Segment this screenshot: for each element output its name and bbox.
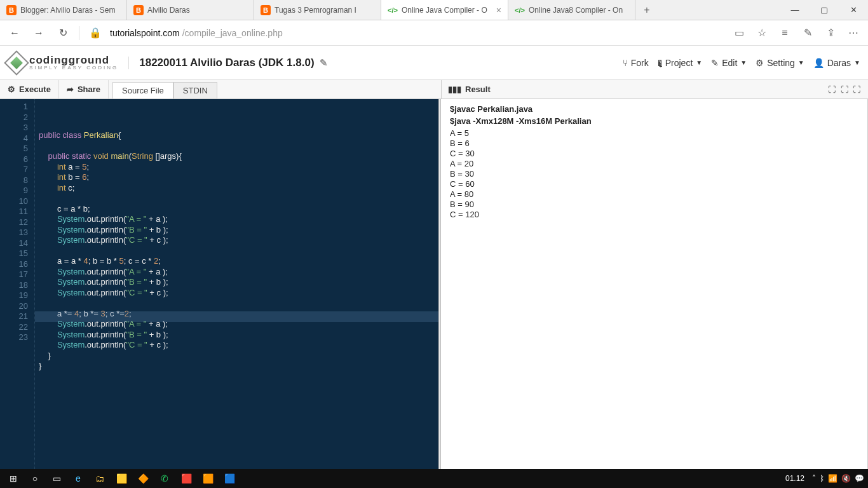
notification-icon[interactable]: 💬 — [855, 474, 864, 483]
share-icon[interactable]: ⇪ — [821, 24, 840, 43]
app-icon[interactable]: 🟥 — [177, 470, 196, 487]
editor-toolbar: ⚙Execute ➦Share Source File STDIN ▮▮▮ Re… — [0, 80, 868, 99]
gear-run-icon: ⚙ — [8, 85, 15, 94]
line-gutter: 1234567891011121314151617181920212223 — [0, 99, 35, 469]
code-icon: </> — [388, 5, 398, 15]
start-button[interactable]: ⊞ — [4, 470, 23, 487]
fork-icon: ⑂ — [623, 58, 628, 68]
browser-tab-strip: BBlogger: Alvilio Daras - Sem BAlvilio D… — [0, 0, 868, 20]
lock-icon: 🔒 — [86, 24, 105, 43]
code-icon: </> — [515, 5, 525, 15]
code-editor[interactable]: 1234567891011121314151617181920212223 pu… — [0, 99, 438, 469]
tab-stdin[interactable]: STDIN — [173, 82, 217, 98]
more-icon[interactable]: ⋯ — [844, 24, 863, 43]
share-arrow-icon: ➦ — [67, 85, 74, 94]
back-button[interactable]: ← — [5, 24, 24, 43]
edit-title-icon[interactable]: ✎ — [320, 57, 328, 69]
edit-icon: ✎ — [711, 58, 719, 68]
taskbar-clock[interactable]: 01.12 — [780, 474, 810, 483]
reading-view-icon[interactable]: ▭ — [729, 24, 749, 43]
edge-icon[interactable]: e — [69, 470, 88, 487]
browser-tab[interactable]: </>Online Java8 Compiler - On — [508, 0, 635, 20]
app-icon[interactable]: 🔶 — [133, 470, 153, 487]
blogger-icon: B — [133, 5, 144, 15]
tree-icon: �⵿ — [658, 58, 662, 68]
cortana-icon[interactable]: ○ — [25, 470, 44, 487]
bluetooth-icon[interactable]: ᛒ — [820, 474, 824, 483]
favorite-icon[interactable]: ☆ — [752, 24, 771, 43]
tab-source-file[interactable]: Source File — [112, 82, 173, 98]
logo-icon — [4, 50, 29, 76]
app-icon[interactable]: 🟧 — [198, 470, 217, 487]
app-icon[interactable]: 🟨 — [112, 470, 131, 487]
windows-taskbar: ⊞ ○ ▭ e 🗂 🟨 🔶 ✆ 🟥 🟧 🟦 01.12 ˄ ᛒ 📶 🔇 💬 — [0, 469, 868, 488]
blogger-icon: B — [6, 5, 17, 15]
browser-tab-active[interactable]: </>Online Java Compiler - O× — [381, 0, 508, 20]
project-title: 18220011 Alvilio Daras (JDK 1.8.0) ✎ — [128, 57, 327, 69]
browser-tab[interactable]: BAlvilio Daras — [127, 0, 254, 20]
result-pane: $javac Perkalian.java$java -Xmx128M -Xms… — [441, 99, 868, 469]
code-area[interactable]: public class Perkalian{ public static vo… — [35, 99, 438, 469]
result-header: ▮▮▮ Result ⛶ ⛶ ⛶ — [441, 80, 868, 98]
notes-icon[interactable]: ✎ — [798, 24, 817, 43]
window-minimize[interactable]: — — [780, 0, 810, 20]
app-header: codingground SIMPLY EASY CODING 18220011… — [0, 46, 868, 80]
app-icon[interactable]: 🟦 — [220, 470, 239, 487]
user-menu[interactable]: 👤Daras▼ — [813, 58, 860, 68]
fork-button[interactable]: ⑂Fork — [623, 58, 649, 68]
new-tab-button[interactable]: + — [635, 0, 658, 20]
browser-tab[interactable]: BBlogger: Alvilio Daras - Sem — [0, 0, 127, 20]
share-button[interactable]: ➦Share — [59, 80, 109, 98]
window-maximize[interactable]: ▢ — [810, 0, 839, 20]
url-host: tutorialspoint.com — [110, 28, 180, 38]
whatsapp-icon[interactable]: ✆ — [155, 470, 174, 487]
project-menu[interactable]: �⵿Project▼ — [658, 58, 702, 68]
system-tray[interactable]: ˄ ᛒ 📶 🔇 💬 — [812, 474, 864, 483]
file-explorer-icon[interactable]: 🗂 — [90, 470, 109, 487]
address-bar[interactable]: tutorialspoint.com/compile_java_online.p… — [110, 28, 724, 38]
refresh-button[interactable]: ↻ — [53, 24, 72, 43]
browser-tab[interactable]: BTugas 3 Pemrograman I — [254, 0, 381, 20]
execute-button[interactable]: ⚙Execute — [0, 80, 59, 98]
blogger-icon: B — [261, 5, 271, 15]
main-panes: 1234567891011121314151617181920212223 pu… — [0, 99, 868, 469]
window-close[interactable]: ✕ — [839, 0, 868, 20]
edit-menu[interactable]: ✎Edit▼ — [711, 58, 747, 68]
close-tab-icon[interactable]: × — [496, 5, 501, 15]
logo[interactable]: codingground SIMPLY EASY CODING — [8, 54, 118, 72]
expand-controls[interactable]: ⛶ ⛶ ⛶ — [828, 85, 862, 94]
gear-icon: ⚙ — [756, 58, 764, 68]
task-view-icon[interactable]: ▭ — [47, 470, 66, 487]
browser-toolbar: ← → ↻ 🔒 tutorialspoint.com/compile_java_… — [0, 20, 868, 46]
url-path: /compile_java_online.php — [182, 28, 283, 38]
chevron-up-icon[interactable]: ˄ — [812, 474, 816, 483]
chart-icon: ▮▮▮ — [448, 85, 461, 94]
setting-menu[interactable]: ⚙Setting▼ — [756, 58, 804, 68]
wifi-icon[interactable]: 📶 — [828, 474, 837, 483]
hub-icon[interactable]: ≡ — [775, 24, 794, 43]
user-icon: 👤 — [813, 58, 824, 68]
forward-button[interactable]: → — [29, 24, 48, 43]
separator — [79, 26, 79, 40]
volume-icon[interactable]: 🔇 — [841, 474, 851, 483]
